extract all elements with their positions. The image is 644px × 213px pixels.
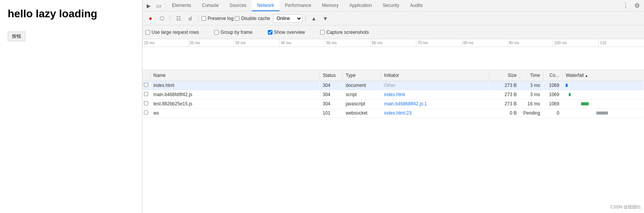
cursor-icon[interactable]: ▶: [144, 1, 153, 10]
row-status: 101: [319, 108, 342, 118]
options-bar: Use large request rows Group by frame Sh…: [142, 25, 644, 39]
branding: CSDN @团团01: [610, 204, 641, 210]
table-header-row: Name Status Type Initiator Size Time Co.…: [142, 70, 644, 81]
row-initiator[interactable]: index.html: [381, 90, 489, 99]
table-row[interactable]: test.882bb25e15.js304javascriptmain.b468…: [142, 99, 644, 108]
table-row[interactable]: ws101websocketindex.html:230 BPending0: [142, 108, 644, 118]
page-content: hello lazy loading 按钮: [0, 0, 142, 213]
network-table: Name Status Type Initiator Size Time Co.…: [142, 70, 644, 213]
group-by-frame-checkbox[interactable]: [214, 30, 219, 35]
col-header-initiator[interactable]: Initiator: [381, 70, 489, 81]
row-name: test.882bb25e15.js: [150, 99, 319, 108]
tab-console[interactable]: Console: [197, 0, 224, 11]
col-header-type[interactable]: Type: [342, 70, 381, 81]
row-time: 16 ms: [520, 99, 543, 108]
tab-elements[interactable]: Elements: [167, 0, 197, 11]
table-row[interactable]: index.html304documentOther273 B3 ms1069: [142, 81, 644, 90]
filter-icon[interactable]: ☷: [173, 13, 183, 23]
tab-performance[interactable]: Performance: [279, 0, 317, 11]
throttle-select[interactable]: Online Fast 3G Slow 3G Offline: [273, 14, 302, 23]
search-icon[interactable]: ☌: [185, 13, 195, 23]
export-button[interactable]: ▼: [320, 13, 330, 23]
row-size: 273 B: [489, 90, 520, 99]
col-header-checkbox: [142, 70, 150, 81]
tabs-container: ElementsConsoleSourcesNetworkPerformance…: [167, 0, 621, 11]
row-checkbox-cell: [142, 99, 150, 108]
tab-memory[interactable]: Memory: [317, 0, 344, 11]
devtools-panel: ▶ ▭ ElementsConsoleSourcesNetworkPerform…: [142, 0, 644, 213]
show-overview-checkbox[interactable]: [268, 30, 272, 35]
tab-bar: ▶ ▭ ElementsConsoleSourcesNetworkPerform…: [142, 0, 644, 12]
more-tabs-button[interactable]: ⋮: [621, 1, 630, 10]
row-name: index.html: [150, 81, 319, 90]
col-header-status[interactable]: Status: [319, 70, 342, 81]
row-size: 0 B: [489, 108, 520, 118]
timeline-tick: 10 ms: [142, 39, 188, 47]
timeline-tick: 60 ms: [370, 39, 416, 47]
group-by-frame-option[interactable]: Group by frame: [214, 30, 252, 35]
capture-screenshots-option[interactable]: Capture screenshots: [320, 30, 369, 35]
row-initiator[interactable]: main.b468fd9f42.js:1: [381, 99, 489, 108]
page-button[interactable]: 按钮: [8, 32, 25, 41]
page-title: hello lazy loading: [8, 8, 134, 20]
col-header-name[interactable]: Name: [150, 70, 319, 81]
col-header-co[interactable]: Co...: [543, 70, 563, 81]
timeline-tick: 30 ms: [234, 39, 279, 47]
row-checkbox[interactable]: [144, 83, 148, 87]
row-checkbox[interactable]: [144, 92, 148, 96]
row-status: 304: [319, 99, 342, 108]
timeline-tick: 40 ms: [279, 39, 325, 47]
row-initiator: Other: [381, 81, 489, 90]
row-time: 3 ms: [520, 90, 543, 99]
row-type: javascript: [342, 99, 381, 108]
timeline: 10 ms20 ms30 ms40 ms50 ms60 ms70 ms80 ms…: [142, 39, 644, 70]
device-icon[interactable]: ▭: [154, 1, 163, 10]
large-rows-checkbox[interactable]: [145, 30, 150, 35]
tab-sources[interactable]: Sources: [224, 0, 252, 11]
settings-button[interactable]: ⚙: [632, 0, 642, 11]
import-button[interactable]: ▲: [309, 13, 319, 23]
row-size: 273 B: [489, 81, 520, 90]
timeline-tick: 50 ms: [325, 39, 370, 47]
row-co: 1069: [543, 90, 563, 99]
preserve-log-checkbox[interactable]: [201, 16, 206, 21]
row-checkbox[interactable]: [144, 101, 148, 105]
record-button[interactable]: ●: [145, 13, 155, 23]
tab-network[interactable]: Network: [252, 0, 279, 11]
row-checkbox[interactable]: [144, 110, 148, 115]
capture-screenshots-checkbox[interactable]: [320, 30, 325, 35]
row-time: Pending: [520, 108, 543, 118]
preserve-log-label[interactable]: Preserve log: [201, 16, 233, 21]
tab-more: ⋮ ⚙: [621, 0, 642, 11]
toolbar-divider-1: [170, 15, 170, 22]
timeline-tick: 90 ms: [507, 39, 553, 47]
disable-cache-checkbox[interactable]: [235, 16, 239, 21]
row-status: 304: [319, 90, 342, 99]
tab-audits[interactable]: Audits: [405, 0, 428, 11]
timeline-tick: 70 ms: [416, 39, 462, 47]
clear-button[interactable]: ⎔: [157, 13, 167, 23]
table-row[interactable]: main.b468fd9f42.js304scriptindex.html273…: [142, 90, 644, 99]
col-header-size[interactable]: Size: [489, 70, 520, 81]
timeline-tick: 80 ms: [462, 39, 507, 47]
row-type: document: [342, 81, 381, 90]
tab-icons: ▶ ▭: [144, 1, 163, 10]
row-waterfall: [563, 99, 644, 108]
timeline-tick: 20 ms: [188, 39, 234, 47]
toolbar-divider-2: [198, 15, 198, 22]
row-type: script: [342, 90, 381, 99]
network-toolbar: ● ⎔ ☷ ☌ Preserve log Disable cache Onlin…: [142, 12, 644, 25]
tab-separator: [165, 3, 166, 9]
tab-application[interactable]: Application: [344, 0, 377, 11]
show-overview-option[interactable]: Show overview: [268, 30, 305, 35]
tab-security[interactable]: Security: [377, 0, 405, 11]
row-name: main.b468fd9f42.js: [150, 90, 319, 99]
row-checkbox-cell: [142, 90, 150, 99]
row-waterfall: [563, 81, 644, 90]
row-initiator[interactable]: index.html:23: [381, 108, 489, 118]
col-header-time[interactable]: Time: [520, 70, 543, 81]
large-rows-option[interactable]: Use large request rows: [145, 30, 199, 35]
row-waterfall: [563, 108, 644, 118]
disable-cache-label[interactable]: Disable cache: [235, 16, 270, 21]
col-header-waterfall[interactable]: Waterfall: [563, 70, 644, 81]
